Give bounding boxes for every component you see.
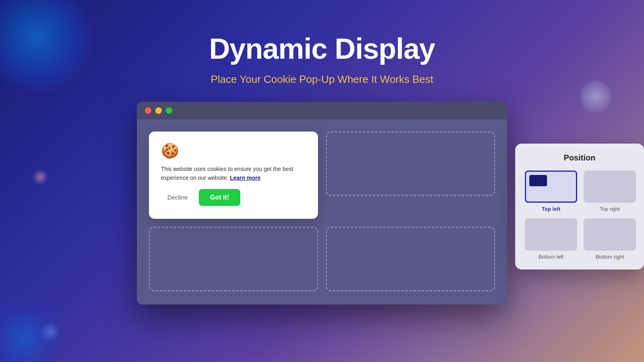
position-thumbnail-bottomright (584, 218, 636, 251)
position-thumbnail-topleft (525, 171, 577, 203)
cookie-popup: 🍪 This website uses cookies to ensure yo… (149, 132, 318, 219)
browser-titlebar (137, 102, 507, 119)
browser-content: 🍪 This website uses cookies to ensure yo… (137, 119, 507, 304)
position-thumbnail-topright (584, 171, 636, 203)
position-panel-title: Position (525, 153, 634, 162)
position-options-grid: Top left Top right Bottom left (525, 171, 634, 260)
cookie-icon: 🍪 (161, 144, 306, 158)
background-blob-midleft (32, 169, 48, 185)
learn-more-link[interactable]: Learn more (230, 175, 260, 181)
page-title: Dynamic Display (0, 32, 644, 65)
position-label-bottomright: Bottom right (596, 254, 624, 260)
pos-indicator-bottomleft (529, 235, 547, 246)
pos-indicator-bottomright (614, 235, 632, 246)
pos-indicator-topright (614, 175, 632, 186)
cookie-buttons: Decline Got it! (161, 189, 306, 206)
position-label-topright: Top right (600, 206, 620, 212)
position-thumbnail-bottomleft (525, 218, 577, 251)
pos-indicator-topleft (529, 175, 547, 186)
position-option-topleft[interactable]: Top left (525, 171, 577, 212)
page-subtitle: Place Your Cookie Pop-Up Where It Works … (0, 73, 644, 86)
traffic-light-yellow[interactable] (155, 107, 162, 114)
placeholder-card-topright (326, 132, 495, 196)
traffic-light-red[interactable] (145, 107, 151, 114)
position-option-bottomright[interactable]: Bottom right (584, 218, 636, 260)
background-blob-smallbl (40, 322, 60, 342)
browser-mock: 🍪 This website uses cookies to ensure yo… (137, 102, 507, 304)
page-header: Dynamic Display Place Your Cookie Pop-Up… (0, 0, 644, 102)
accept-button[interactable]: Got it! (199, 189, 240, 206)
position-option-bottomleft[interactable]: Bottom left (525, 218, 577, 260)
position-panel: Position Top left Top right (515, 144, 644, 269)
placeholder-card-bottomright (326, 227, 495, 291)
position-label-bottomleft: Bottom left (539, 254, 564, 260)
cookie-text: This website uses cookies to ensure you … (161, 165, 306, 183)
decline-button[interactable]: Decline (161, 191, 194, 204)
bottom-cards (149, 227, 495, 292)
position-option-topright[interactable]: Top right (584, 171, 636, 212)
placeholder-card-bottomleft (149, 227, 318, 291)
traffic-light-green[interactable] (166, 107, 172, 114)
position-label-topleft: Top left (542, 206, 560, 212)
